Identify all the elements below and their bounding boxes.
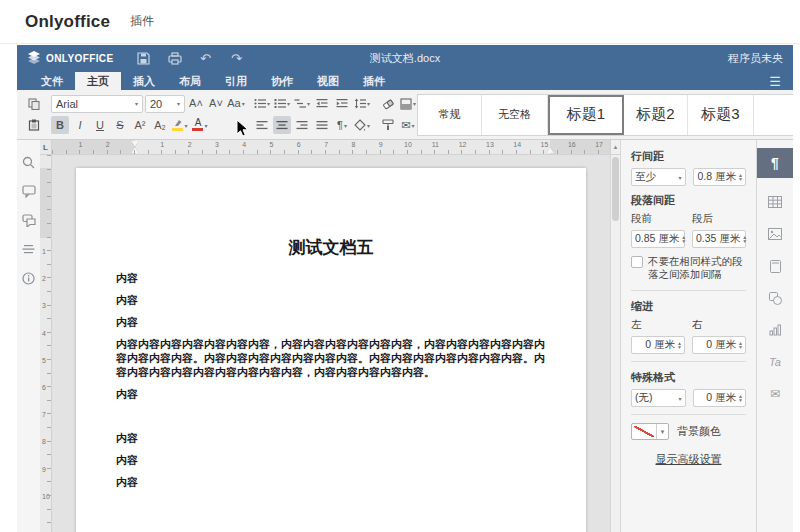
tab-stop-selector[interactable]: L (40, 140, 52, 154)
font-size-select[interactable]: 20▾ (145, 95, 185, 113)
style-no-spacing[interactable]: 无空格 (482, 95, 548, 135)
change-case-button[interactable]: Aa▾ (227, 95, 245, 113)
special-format-value-text: (无) (635, 391, 653, 405)
align-center-button[interactable] (273, 116, 291, 134)
advanced-settings-link[interactable]: 显示高级设置 (631, 452, 746, 467)
chat-icon[interactable] (22, 213, 36, 227)
tab-insert[interactable]: 插入 (121, 72, 167, 90)
tab-layout[interactable]: 布局 (167, 72, 213, 90)
paste-button[interactable] (25, 116, 43, 134)
swatch-dropdown-arrow[interactable]: ▼ (656, 424, 668, 439)
spacing-before-spinner[interactable]: 0.85 厘米▲▼ (631, 230, 685, 248)
font-name-select[interactable]: Arial▾ (51, 95, 143, 113)
navigation-icon[interactable] (22, 242, 36, 256)
hamburger-menu-icon[interactable]: ☰ (769, 72, 781, 90)
doc-paragraph[interactable] (116, 409, 546, 423)
headerfooter-settings-icon[interactable] (767, 258, 783, 274)
indent-left-spinner[interactable]: 0 厘米▲▼ (631, 336, 685, 354)
redo-icon[interactable]: ↷ (229, 51, 245, 67)
save-icon[interactable] (136, 51, 152, 67)
scrollbar-thumb[interactable] (612, 157, 619, 221)
decrease-font-button[interactable]: A˅ (207, 95, 225, 113)
align-right-button[interactable] (293, 116, 311, 134)
table-shade-button[interactable]: ▾ (399, 95, 417, 113)
background-color-picker[interactable]: ▼ (631, 423, 669, 440)
tab-references[interactable]: 引用 (213, 72, 259, 90)
tab-collaboration[interactable]: 协作 (259, 72, 305, 90)
doc-paragraph[interactable]: 内容 (116, 453, 546, 467)
left-indent-marker[interactable] (131, 147, 139, 153)
doc-paragraph[interactable]: 内容内容内容内容内容内容内容，内容内容内容内容内容内容，内容内容内容内容内容内容… (116, 337, 546, 379)
horizontal-ruler[interactable]: 211234567891011121314151617 (52, 140, 610, 154)
about-icon[interactable] (22, 271, 36, 285)
line-spacing-button[interactable]: ▾ (353, 95, 371, 113)
superscript-button[interactable]: A² (131, 116, 149, 134)
table-settings-icon[interactable] (767, 194, 783, 210)
document-canvas[interactable]: 测试文档五 内容内容内容内容内容内容内容内容内容内容，内容内容内容内容内容内容，… (52, 155, 610, 532)
style-heading1[interactable]: 标题1 (548, 95, 624, 135)
highlight-color-button[interactable]: ▾ (171, 116, 189, 134)
tab-plugins[interactable]: 插件 (351, 72, 397, 90)
undo-icon[interactable]: ↶ (198, 51, 214, 67)
brand-name: ONLYOFFICE (46, 53, 114, 64)
line-spacing-spinner[interactable]: 0.8 厘米▲▼ (693, 168, 747, 186)
app-subtitle[interactable]: 插件 (130, 13, 154, 30)
italic-button[interactable]: I (71, 116, 89, 134)
doc-paragraph[interactable]: 内容 (116, 315, 546, 329)
print-icon[interactable] (167, 51, 183, 67)
doc-heading[interactable]: 测试文档五 (116, 236, 546, 259)
indent-right-spinner[interactable]: 0 厘米▲▼ (692, 336, 746, 354)
shape-settings-icon[interactable] (767, 290, 783, 306)
doc-paragraph[interactable]: 内容 (116, 293, 546, 307)
decrease-indent-button[interactable] (313, 95, 331, 113)
textart-settings-icon[interactable]: Ta (767, 354, 783, 370)
format-painter-button[interactable] (379, 116, 397, 134)
numbered-list-button[interactable]: ▾ (273, 95, 291, 113)
special-format-spinner[interactable]: 0 厘米▲▼ (693, 389, 747, 407)
multilevel-list-button[interactable]: ▾ (293, 95, 311, 113)
bold-button[interactable]: B (51, 116, 69, 134)
increase-indent-button[interactable] (333, 95, 351, 113)
style-heading2[interactable]: 标题2 (624, 95, 688, 135)
doc-paragraph[interactable]: 内容 (116, 271, 546, 285)
font-color-button[interactable]: A▾ (191, 116, 209, 134)
shading-button[interactable]: ▾ (353, 116, 371, 134)
ruler-number: 2 (106, 141, 110, 148)
mailmerge-settings-icon[interactable]: ✉ (767, 386, 783, 402)
same-style-checkbox-row[interactable]: 不要在相同样式的段落之间添加间隔 (631, 255, 746, 281)
image-settings-icon[interactable] (767, 226, 783, 242)
nonprinting-chars-button[interactable]: ¶▾ (333, 116, 351, 134)
strikethrough-button[interactable]: S (111, 116, 129, 134)
underline-button[interactable]: U (91, 116, 109, 134)
vertical-ruler[interactable]: 12345678910 (40, 155, 52, 532)
scroll-up-arrow[interactable]: ▲ (610, 140, 620, 154)
doc-paragraph[interactable]: 内容 (116, 387, 546, 401)
line-spacing-select[interactable]: 至少▾ (631, 168, 686, 186)
tab-home[interactable]: 主页 (75, 72, 121, 90)
clear-style-button[interactable] (379, 95, 397, 113)
align-left-button[interactable] (253, 116, 271, 134)
increase-font-button[interactable]: A˄ (187, 95, 205, 113)
bullet-list-button[interactable]: ▾ (253, 95, 271, 113)
copy-button[interactable] (25, 95, 43, 113)
same-style-checkbox-label: 不要在相同样式的段落之间添加间隔 (648, 255, 746, 281)
style-normal[interactable]: 常规 (418, 95, 482, 135)
doc-paragraph[interactable]: 内容 (116, 431, 546, 445)
same-style-checkbox[interactable] (631, 256, 643, 268)
search-icon[interactable] (22, 155, 36, 169)
vruler-number: 3 (42, 302, 46, 309)
document-page[interactable]: 测试文档五 内容内容内容内容内容内容内容内容内容内容，内容内容内容内容内容内容，… (76, 168, 586, 532)
spacing-after-spinner[interactable]: 0.35 厘米▲▼ (692, 230, 746, 248)
tab-file[interactable]: 文件 (29, 72, 75, 90)
mail-merge-button[interactable]: ✉▾ (399, 116, 417, 134)
vertical-scrollbar[interactable] (610, 155, 620, 532)
doc-paragraph[interactable]: 内容 (116, 475, 546, 489)
paragraph-settings-tab[interactable]: ¶ (757, 148, 793, 178)
tab-view[interactable]: 视图 (305, 72, 351, 90)
comments-icon[interactable] (22, 184, 36, 198)
subscript-button[interactable]: A₂ (151, 116, 169, 134)
chart-settings-icon[interactable] (767, 322, 783, 338)
style-heading3[interactable]: 标题3 (688, 95, 754, 135)
special-format-select[interactable]: (无)▾ (631, 389, 686, 407)
align-justify-button[interactable] (313, 116, 331, 134)
